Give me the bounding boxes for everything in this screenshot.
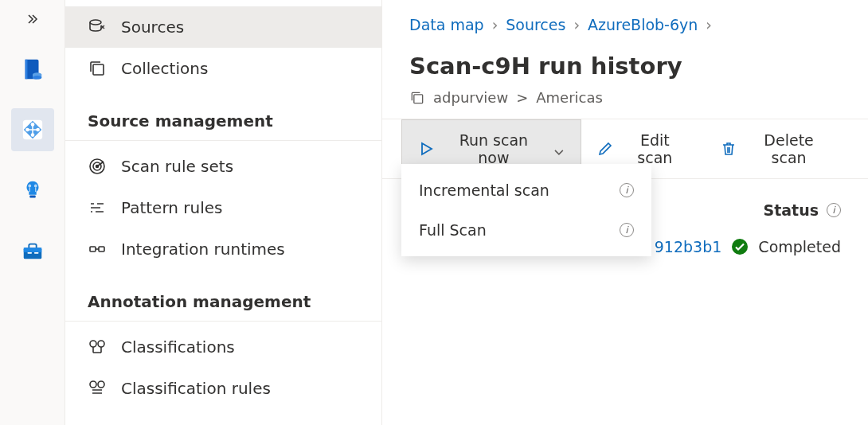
info-icon[interactable]: i [827, 203, 841, 217]
rail-item-insights[interactable] [11, 169, 54, 212]
sidebar-item-classifications[interactable]: Classifications [65, 326, 381, 368]
collections-icon [88, 59, 107, 78]
sidebar-item-collections[interactable]: Collections [65, 48, 381, 89]
rail-item-management[interactable] [11, 229, 54, 272]
collection-path: adpurview > Americas [382, 84, 868, 119]
delete-scan-button[interactable]: Delete scan [705, 119, 849, 178]
sidebar-item-label: Classification rules [121, 379, 271, 398]
sidebar-item-label: Scan rule sets [121, 157, 233, 176]
chevron-down-icon [553, 143, 565, 154]
svg-point-1 [33, 76, 41, 80]
info-icon[interactable]: i [620, 223, 634, 237]
rail-item-data-map[interactable] [11, 108, 54, 151]
dropdown-item-label: Incremental scan [419, 181, 549, 199]
classification-rules-icon [88, 379, 107, 398]
sidebar-item-label: Classifications [121, 337, 235, 357]
sidebar: Sources Collections Source management Sc… [65, 0, 382, 425]
trash-icon [721, 141, 737, 157]
svg-rect-7 [29, 196, 36, 198]
lightbulb-insights-icon [21, 178, 45, 202]
dropdown-item-full-scan[interactable]: Full Scan i [401, 210, 651, 250]
collapse-rail-button[interactable] [17, 8, 49, 30]
chevron-right-icon: › [492, 16, 499, 33]
sidebar-item-sources[interactable]: Sources [65, 6, 381, 48]
radar-icon [88, 157, 107, 176]
svg-point-24 [98, 381, 104, 388]
svg-rect-11 [23, 248, 41, 252]
sidebar-item-label: Collections [121, 59, 208, 78]
sidebar-item-label: Pattern rules [121, 198, 223, 217]
chevron-right-icon: › [706, 16, 712, 33]
svg-rect-20 [99, 247, 104, 251]
sidebar-item-classification-rules[interactable]: Classification rules [65, 368, 381, 409]
run-scan-dropdown: Incremental scan i Full Scan i [401, 164, 651, 256]
svg-point-9 [33, 185, 37, 188]
sidebar-item-label: Integration runtimes [121, 240, 285, 259]
svg-point-8 [28, 185, 31, 188]
button-label: Edit scan [621, 131, 690, 166]
edit-icon [597, 141, 613, 157]
svg-point-14 [90, 20, 101, 25]
svg-rect-12 [27, 252, 32, 254]
dropdown-item-incremental-scan[interactable]: Incremental scan i [401, 170, 651, 210]
classifications-icon [88, 337, 107, 357]
info-icon[interactable]: i [620, 183, 634, 197]
pattern-icon [88, 198, 107, 217]
breadcrumb: Data map › Sources › AzureBlob-6yn › [382, 0, 868, 33]
button-label: Delete scan [745, 131, 833, 166]
page-title: Scan-c9H run history [382, 33, 868, 84]
status-value: Completed [758, 238, 841, 255]
main-content: Data map › Sources › AzureBlob-6yn › Sca… [382, 0, 868, 425]
column-header-status: Status [763, 201, 819, 219]
chevron-double-right-icon [26, 13, 39, 25]
sidebar-item-pattern-rules[interactable]: Pattern rules [65, 187, 381, 228]
svg-rect-15 [93, 64, 104, 75]
integration-icon [88, 240, 107, 259]
path-root: adpurview [433, 89, 508, 106]
svg-rect-13 [33, 252, 38, 254]
collections-icon [409, 90, 425, 106]
svg-point-21 [90, 341, 96, 347]
svg-point-23 [90, 381, 96, 388]
rail-item-data-catalog[interactable] [11, 48, 54, 91]
run-id-link[interactable]: 912b3b1 [655, 238, 722, 255]
path-child: Americas [536, 89, 603, 106]
button-label: Run scan now [442, 131, 545, 166]
book-data-icon [21, 57, 45, 81]
svg-point-22 [98, 341, 104, 347]
sidebar-item-scan-rule-sets[interactable]: Scan rule sets [65, 146, 381, 187]
breadcrumb-link-data-map[interactable]: Data map [409, 16, 484, 33]
left-rail [0, 0, 65, 425]
svg-rect-25 [414, 94, 423, 103]
breadcrumb-link-sources[interactable]: Sources [506, 16, 565, 33]
data-map-icon [21, 118, 45, 142]
database-icon [88, 18, 107, 37]
toolbox-icon [21, 239, 45, 263]
chevron-right-icon: › [573, 16, 580, 33]
sidebar-section-source-management: Source management [65, 89, 381, 141]
sidebar-item-label: Sources [121, 18, 184, 37]
sidebar-section-annotation-management: Annotation management [65, 270, 381, 322]
breadcrumb-link-azureblob[interactable]: AzureBlob-6yn [588, 16, 698, 33]
sidebar-item-integration-runtimes[interactable]: Integration runtimes [65, 228, 381, 270]
dropdown-item-label: Full Scan [419, 221, 487, 239]
check-circle-icon [731, 238, 749, 255]
path-separator: > [516, 89, 528, 106]
toolbar: Run scan now Edit scan Delete scan [401, 119, 849, 178]
svg-rect-19 [90, 247, 96, 251]
play-icon [418, 141, 434, 157]
